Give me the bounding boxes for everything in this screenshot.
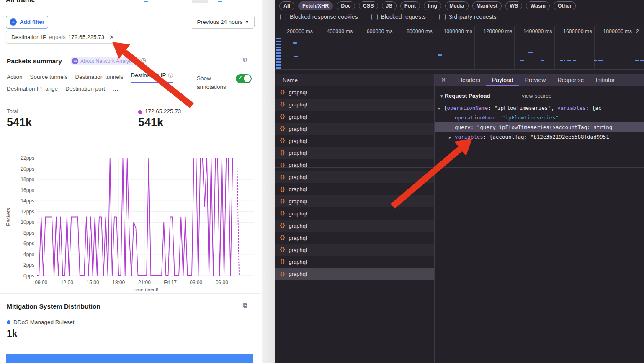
payload-token: variables [455, 134, 483, 140]
network-request-mark [560, 60, 563, 61]
payload-line[interactable]: ▼{operationName: "ipFlowTimeseries", var… [435, 103, 644, 113]
details-tab-payload[interactable]: Payload [486, 74, 519, 86]
checkbox-3rd-party-requests[interactable]: 3rd-party requests [439, 13, 497, 20]
tab-destination-port[interactable]: Destination port [65, 86, 105, 95]
filter-chip[interactable]: Destination IP equals 172.65.225.73 ✕ [6, 31, 118, 44]
remove-filter-icon[interactable]: ✕ [109, 34, 114, 40]
tab-destination-ip[interactable]: Destination IPⓘ [131, 72, 173, 83]
payload-line[interactable]: operationName: "ipFlowTimeseries" [435, 113, 644, 122]
network-overview-timeline[interactable]: 200000 ms400000 ms600000 ms800000 ms1000… [275, 26, 644, 70]
page-title: All traffic [6, 0, 35, 4]
stat-ip-value: 541k [138, 116, 163, 129]
request-row[interactable]: {}graphql [275, 123, 434, 135]
checkbox-box-icon[interactable] [280, 14, 286, 20]
request-row[interactable]: {}graphql [275, 244, 434, 256]
checkbox-blocked-response-cookies[interactable]: Blocked response cookies [280, 13, 358, 20]
network-request-mark [640, 60, 644, 61]
popout-icon[interactable]: ⧉ [243, 56, 247, 64]
payload-line[interactable]: query: "query ipFlowTimeseries($accountT… [435, 122, 644, 132]
checkbox-box-icon[interactable] [371, 14, 378, 20]
filter-pill-font[interactable]: Font [400, 1, 420, 10]
request-row[interactable]: {}graphql [275, 86, 434, 99]
about-network-analytics-badge[interactable]: ▤ About Network Analytics [70, 57, 141, 65]
json-braces-icon: {} [280, 174, 285, 180]
request-name: graphql [289, 114, 307, 120]
request-row[interactable]: {}graphql [275, 99, 434, 111]
filter-pill-media[interactable]: Media [445, 1, 468, 10]
toggle-knob [244, 75, 251, 82]
name-column-header[interactable]: Name [275, 74, 434, 86]
request-row[interactable]: {}graphql [275, 147, 434, 159]
x-tick-label: 18:00 [112, 280, 125, 285]
filter-pill-img[interactable]: Img [424, 1, 441, 10]
time-range-dropdown[interactable]: Previous 24 hours ▾ [191, 16, 255, 29]
details-tab-response[interactable]: Response [551, 74, 590, 86]
filter-pill-ws[interactable]: WS [505, 1, 522, 10]
details-tab-preview[interactable]: Preview [519, 74, 552, 86]
view-source-link[interactable]: view source [522, 93, 551, 99]
network-request-mark [276, 61, 281, 63]
filter-checkboxes: Blocked response cookiesBlocked requests… [280, 13, 497, 20]
request-row[interactable]: {}graphql [275, 195, 434, 207]
json-braces-icon: {} [280, 114, 285, 119]
popout-icon[interactable]: ⧉ [243, 302, 247, 309]
request-row[interactable]: {}graphql [275, 268, 434, 280]
timeline-label: 1600000 ms [555, 26, 595, 70]
request-payload-title: Request Payload [445, 93, 490, 99]
add-filter-button[interactable]: + Add filter [6, 16, 48, 29]
json-braces-icon: {} [280, 271, 285, 277]
request-row[interactable]: {}graphql [275, 171, 434, 183]
request-payload-section[interactable]: ▼Request Payload [440, 93, 490, 99]
filter-pill-js[interactable]: JS [382, 1, 397, 10]
request-row[interactable]: {}graphql [275, 159, 434, 171]
divider [0, 51, 261, 51]
x-tick-label: 21:00 [138, 280, 151, 285]
show-annotations-toggle[interactable]: ✓ [236, 74, 252, 83]
details-tab-bar: ✕ HeadersPayloadPreviewResponseInitiator [435, 74, 644, 86]
network-request-mark [276, 41, 281, 42]
payload-token: variables [557, 105, 586, 111]
payload-token: "ipFlowTimeseries" [502, 114, 559, 121]
checkbox-box-icon[interactable] [439, 14, 446, 20]
filter-chip-field: Destination IP [11, 34, 46, 40]
close-icon[interactable]: ✕ [435, 74, 452, 86]
request-row[interactable]: {}graphql [275, 256, 434, 268]
checkbox-blocked-requests[interactable]: Blocked requests [371, 13, 426, 20]
tab-action[interactable]: Action [7, 74, 23, 83]
network-request-mark [276, 47, 281, 48]
request-row[interactable]: {}graphql [275, 135, 434, 147]
disclosure-triangle-icon[interactable]: ▼ [438, 104, 444, 113]
details-tab-headers[interactable]: Headers [452, 74, 486, 86]
panel-gutter [262, 0, 275, 363]
network-request-mark [635, 60, 639, 61]
request-row[interactable]: {}graphql [275, 232, 434, 244]
payload-token: : {ac [586, 105, 602, 111]
payload-line[interactable]: ▶variables: {accountTag: "b12e3b2192ee55… [435, 132, 644, 142]
tab-source-tunnels[interactable]: Source tunnels [30, 74, 68, 83]
summary-tabs-row2: Destination IP rangeDestination port... [7, 86, 118, 95]
tab-destination-tunnels[interactable]: Destination tunnels [75, 74, 124, 83]
json-braces-icon: {} [280, 101, 285, 107]
request-type-filters: AllFetch/XHRDocCSSJSFontImgMediaManifest… [279, 1, 576, 10]
filter-pill-other[interactable]: Other [554, 1, 576, 10]
filter-pill-all[interactable]: All [279, 1, 294, 10]
disclosure-triangle-icon[interactable]: ▶ [449, 133, 455, 142]
more-tabs-button[interactable]: ... [113, 86, 118, 95]
tab-destination-ip-range[interactable]: Destination IP range [7, 86, 58, 95]
filter-pill-manifest[interactable]: Manifest [472, 1, 502, 10]
filter-pill-wasm[interactable]: Wasm [526, 1, 549, 10]
requests-column: Name {}graphql{}graphql{}graphql{}graphq… [275, 74, 435, 363]
network-request-mark [528, 52, 533, 53]
filter-pill-fetch-xhr[interactable]: Fetch/XHR [298, 1, 333, 10]
filter-pill-doc[interactable]: Doc [337, 1, 355, 10]
details-tab-initiator[interactable]: Initiator [590, 74, 621, 86]
filter-pill-css[interactable]: CSS [359, 1, 378, 10]
network-request-mark [520, 60, 524, 61]
request-row[interactable]: {}graphql [275, 183, 434, 195]
stat-total-value: 541k [7, 116, 32, 129]
divider [275, 167, 644, 168]
request-row[interactable]: {}graphql [275, 220, 434, 232]
request-row[interactable]: {}graphql [275, 207, 434, 220]
y-tick-label: 4pps [23, 252, 34, 257]
request-row[interactable]: {}graphql [275, 111, 434, 123]
